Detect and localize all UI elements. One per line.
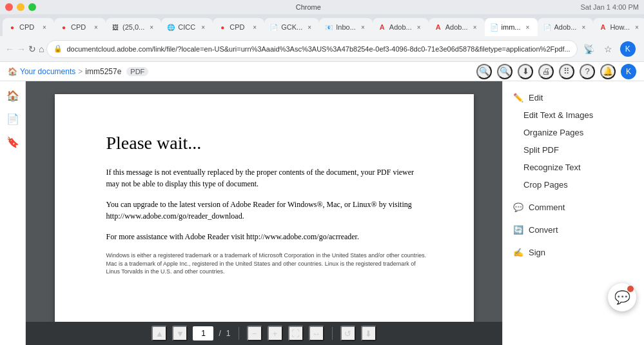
maximize-button[interactable] xyxy=(28,3,36,11)
forward-button[interactable]: → xyxy=(17,40,26,58)
total-pages: 1 xyxy=(226,329,231,338)
tab-close[interactable]: × xyxy=(632,23,641,32)
tab-favicon: A xyxy=(434,23,443,32)
sidebar-home-btn[interactable]: 🏠 xyxy=(4,86,22,104)
edit-label: Edit xyxy=(529,93,543,103)
tab-close[interactable]: × xyxy=(199,23,208,32)
search-icon[interactable]: 🔍 xyxy=(497,64,512,79)
page-down-button[interactable]: ▼ xyxy=(172,326,188,341)
tab-favicon: 📧 xyxy=(324,23,333,32)
tab-label: CICC xyxy=(178,23,196,31)
split-pdf[interactable]: Split PDF xyxy=(503,141,644,159)
tab-label: How... xyxy=(610,23,630,31)
tab-img[interactable]: 🖼 (25,0... × xyxy=(106,18,161,36)
close-button[interactable] xyxy=(5,3,13,11)
extensions-button[interactable]: ⠿ xyxy=(638,40,644,58)
tab-close[interactable]: × xyxy=(305,23,314,32)
tab-label: GCK... xyxy=(281,23,302,31)
address-bar[interactable]: 🔒 documentcloud.adobe.com/link/file/?loc… xyxy=(46,40,577,58)
recognize-text[interactable]: Recognize Text xyxy=(503,159,644,176)
tab-close[interactable]: × xyxy=(40,23,49,32)
cast-button[interactable]: 📡 xyxy=(580,40,598,58)
tab-close[interactable]: × xyxy=(92,23,101,32)
tab-cpd-3[interactable]: ● CPD × xyxy=(213,18,264,36)
pdf-title: Please wait... xyxy=(106,133,429,153)
fit-page-button[interactable]: ⛶ xyxy=(288,326,304,341)
page-body: 🏠 📄 🔖 Please wait... If this message is … xyxy=(0,81,644,345)
breadcrumb-actions: 🔍 🔍 ⬇ 🖨 ⠿ ? 🔔 K xyxy=(476,64,636,79)
page-number-input[interactable]: 1 xyxy=(193,326,213,340)
crop-pages[interactable]: Crop Pages xyxy=(503,176,644,193)
tab-cpd-1[interactable]: ● CPD × xyxy=(3,18,54,36)
help-button[interactable]: ? xyxy=(580,64,595,79)
zoom-in-button[interactable]: + xyxy=(268,326,283,341)
sidebar-bookmark-btn[interactable]: 🔖 xyxy=(4,133,22,151)
minimize-button[interactable] xyxy=(17,3,24,11)
page-up-button[interactable]: ▲ xyxy=(151,326,167,341)
tab-close[interactable]: × xyxy=(147,23,156,32)
tab-close[interactable]: × xyxy=(415,23,424,32)
fit-width-button[interactable]: ↔ xyxy=(309,326,324,341)
tab-close[interactable]: × xyxy=(523,23,532,32)
tab-close[interactable]: × xyxy=(358,23,367,32)
tab-adobe-2[interactable]: A Adob... × xyxy=(429,18,485,36)
tab-inbox[interactable]: 📧 Inbo... × xyxy=(319,18,373,36)
tab-close[interactable]: × xyxy=(579,23,588,32)
chat-icon: 💬 xyxy=(614,290,630,305)
tab-cicc[interactable]: 🌐 CICC × xyxy=(161,18,213,36)
edit-section-header[interactable]: ✏️ Edit xyxy=(503,89,644,106)
bookmark-button[interactable]: ☆ xyxy=(600,40,618,58)
search-button[interactable]: 🔍 xyxy=(476,64,492,79)
back-button[interactable]: ← xyxy=(5,40,14,58)
tab-adobe-1[interactable]: A Adob... × xyxy=(373,18,429,36)
tab-favicon: 📄 xyxy=(490,23,499,32)
breadcrumb-badge: PDF xyxy=(126,67,148,76)
pdf-para-2: You can upgrade to the latest version of… xyxy=(106,199,429,222)
zoom-out-button[interactable]: − xyxy=(247,326,262,341)
notification-button[interactable]: 🔔 xyxy=(600,64,616,79)
tab-label: CPD xyxy=(229,23,248,31)
tab-close[interactable]: × xyxy=(471,23,480,32)
organize-pages[interactable]: Organize Pages xyxy=(503,124,644,141)
pdf-footer: Windows is either a registered trademark… xyxy=(106,251,429,276)
tab-how[interactable]: A How... × xyxy=(593,18,644,36)
chat-badge xyxy=(627,286,634,292)
tab-imm-active[interactable]: 📄 imm... × xyxy=(485,18,538,36)
edit-text-images[interactable]: Edit Text & Images xyxy=(503,106,644,124)
page-separator: / xyxy=(219,329,220,338)
sidebar-pages-btn[interactable]: 📄 xyxy=(4,110,22,128)
tab-label: Inbo... xyxy=(336,23,356,31)
rotate-button[interactable]: ↺ xyxy=(340,326,356,341)
tab-cpd-2[interactable]: ● CPD × xyxy=(54,18,106,36)
breadcrumb-home-link[interactable]: Your documents xyxy=(20,67,75,76)
browser-name: Chrome xyxy=(296,3,321,11)
print-button[interactable]: 🖨 xyxy=(538,64,554,79)
sign-section-header[interactable]: ✍️ Sign xyxy=(503,244,644,261)
tab-label: CPD xyxy=(19,23,37,31)
tab-bar: ● CPD × ● CPD × 🖼 (25,0... × 🌐 CICC × ● … xyxy=(0,14,644,36)
chat-bubble[interactable]: 💬 xyxy=(608,283,636,311)
tab-favicon: A xyxy=(378,23,387,32)
home-icon: 🏠 xyxy=(8,67,17,76)
download-button[interactable]: ⬇ xyxy=(518,64,533,79)
grid-button[interactable]: ⠿ xyxy=(559,64,574,79)
tab-gck[interactable]: 📄 GCK... × xyxy=(264,18,319,36)
lock-icon: 🔒 xyxy=(54,44,63,53)
title-bar: Chrome Sat Jan 1 4:00 PM xyxy=(0,0,644,14)
convert-section-header[interactable]: 🔄 Convert xyxy=(503,221,644,239)
breadcrumb-bar: 🏠 Your documents > imm5257e PDF 🔍 🔍 ⬇ 🖨 … xyxy=(0,62,644,81)
tab-favicon: 🌐 xyxy=(166,23,175,32)
tab-close[interactable]: × xyxy=(250,23,259,32)
tab-adobe-3[interactable]: 📄 Adob... × xyxy=(538,18,594,36)
pdf-document-container[interactable]: Please wait... If this message is not ev… xyxy=(26,81,502,322)
tab-favicon: ● xyxy=(59,23,68,32)
edit-icon: ✏️ xyxy=(513,93,523,103)
comment-section-header[interactable]: 💬 Comment xyxy=(503,199,644,216)
user-avatar-top[interactable]: K xyxy=(621,64,636,79)
download-pdf-button[interactable]: ⬇ xyxy=(361,326,376,341)
toolbar-divider xyxy=(239,327,239,340)
reload-button[interactable]: ↻ xyxy=(28,40,36,58)
pdf-page: Please wait... If this message is not ev… xyxy=(55,94,474,322)
home-button[interactable]: ⌂ xyxy=(39,40,44,58)
profile-button[interactable]: K xyxy=(619,40,637,58)
